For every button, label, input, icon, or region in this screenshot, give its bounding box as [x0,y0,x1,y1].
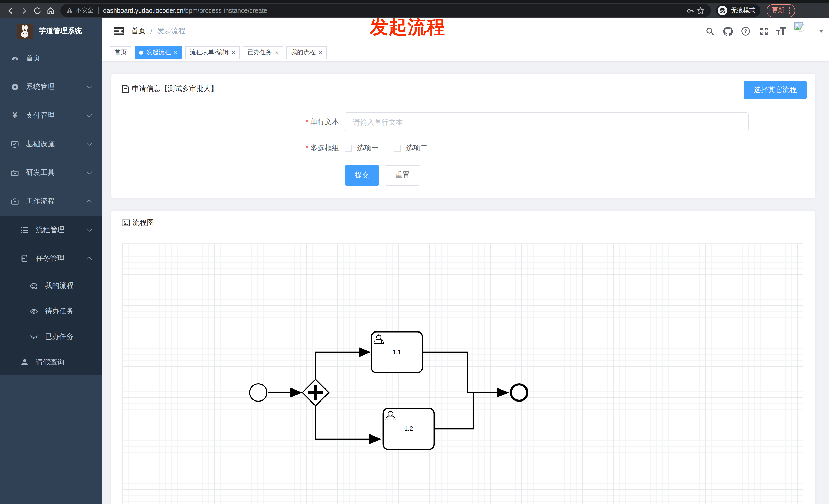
card-title-text: 流程图 [133,218,154,228]
sidebar-item-label: 待办任务 [45,307,74,316]
sidebar-item-infra[interactable]: 基础设施 [0,130,102,158]
browser-chrome: 不安全 dashboard.yudao.iocoder.cn/bpm/proce… [0,0,829,18]
sequence-flow-task1-end[interactable] [423,352,508,393]
bpmn-canvas[interactable]: 1.1 1.2 [122,243,803,504]
sidebar-item-label: 基础设施 [26,140,55,149]
sidebar-item-process-mgmt[interactable]: 流程管理 [0,216,102,244]
toolbox-icon [11,169,19,177]
user-task-2[interactable]: 1.2 [383,409,434,449]
key-icon[interactable] [685,4,695,17]
single-line-text-input[interactable] [345,112,749,131]
kebab-menu-icon[interactable] [789,7,790,14]
sidebar-item-label: 研发工具 [26,168,55,178]
chevron-up-icon [87,257,92,262]
sidebar-item-todo-tasks[interactable]: 待办任务 [0,299,102,324]
navbar: 首页 / 发起流程 ? [102,18,829,44]
sidebar-toggle-icon[interactable] [110,23,127,40]
checkbox-group: 选项一 选项二 [345,144,428,153]
sidebar: 芋道管理系统 首页 系统管理 ¥ 支付管理 基础设施 [0,18,102,504]
sidebar-item-home[interactable]: 首页 [0,44,102,73]
sidebar-item-devtools[interactable]: 研发工具 [0,158,102,187]
tab-my-process[interactable]: 我的流程 × [286,46,327,59]
tab-start-process[interactable]: 发起流程 × [135,46,182,59]
end-event[interactable] [511,384,527,401]
submit-button[interactable]: 提交 [345,165,380,186]
face-icon [30,282,38,290]
sidebar-item-my-process[interactable]: 我的流程 [0,273,102,299]
monitor-icon [11,140,19,148]
breadcrumb-separator: / [150,27,152,35]
sidebar-item-label: 请假查询 [36,358,65,367]
search-icon[interactable] [703,25,717,38]
active-dot-icon [139,50,143,54]
security-label[interactable]: 不安全 [76,7,93,14]
sidebar-item-leave-query[interactable]: 请假查询 [0,350,102,375]
document-icon [122,85,130,93]
browser-tab-strip [0,0,829,3]
update-button[interactable]: 更新 [767,4,795,17]
app-title: 芋道管理系统 [39,27,82,36]
app-logo [17,23,33,39]
help-icon[interactable]: ? [739,25,752,38]
sidebar-item-label: 系统管理 [26,82,55,91]
close-icon[interactable]: × [232,49,235,55]
browser-toolbar: 不安全 dashboard.yudao.iocoder.cn/bpm/proce… [0,3,829,18]
sidebar-item-done-tasks[interactable]: 已办任务 [0,324,102,350]
svg-text:?: ? [744,28,747,34]
avatar[interactable] [793,21,813,41]
font-size-icon[interactable] [775,25,788,38]
eye-closed-icon [30,333,38,341]
breadcrumb-home[interactable]: 首页 [132,27,146,36]
task-label: 1.1 [393,348,401,355]
reload-icon[interactable] [31,4,44,17]
sequence-flow-task2-end[interactable] [434,393,474,429]
star-icon[interactable] [695,4,706,17]
task-label: 1.2 [404,425,413,432]
checkbox-option-2[interactable]: 选项二 [394,144,428,153]
checkbox-option-1[interactable]: 选项一 [345,144,379,153]
chevron-down-icon [87,169,92,175]
url-text[interactable]: dashboard.yudao.iocoder.cn/bpm/process-i… [103,7,267,14]
tab-label: 我的流程 [291,48,316,57]
checkbox-icon[interactable] [394,145,401,152]
back-icon[interactable] [4,4,17,17]
sequence-flow-gateway-task2[interactable] [316,406,381,439]
chevron-down-icon [87,84,92,89]
workflow-submenu: 流程管理 任务管理 我的流程 待办任务 已办 [0,216,102,375]
close-icon[interactable]: × [275,49,279,55]
sidebar-item-label: 已办任务 [45,332,74,342]
checkbox-icon[interactable] [345,145,352,152]
broken-image-icon [794,23,805,32]
close-icon[interactable]: × [174,49,177,55]
field-label: *多选框组 [122,144,345,153]
sequence-flow-gateway-task1[interactable] [316,352,370,379]
sidebar-item-system[interactable]: 系统管理 [0,73,102,101]
fullscreen-icon[interactable] [757,25,770,38]
reset-button[interactable]: 重置 [385,165,420,186]
sidebar-item-payment[interactable]: ¥ 支付管理 [0,101,102,130]
choose-other-process-button[interactable]: 选择其它流程 [744,81,807,99]
user-task-1[interactable]: 1.1 [371,332,423,373]
sidebar-item-task-mgmt[interactable]: 任务管理 [0,244,102,273]
ssl-warning-icon[interactable] [66,4,74,17]
tab-label: 已办任务 [248,48,272,57]
bpmn-diagram: 1.1 1.2 [122,244,803,504]
tab-done-tasks[interactable]: 已办任务 × [243,46,283,59]
home-icon[interactable] [44,4,57,17]
form-row-checkbox-group: *多选框组 选项一 选项二 [122,144,805,153]
url-bar[interactable]: 不安全 dashboard.yudao.iocoder.cn/bpm/proce… [60,4,711,17]
parallel-gateway[interactable] [302,379,329,406]
github-icon[interactable] [721,25,734,38]
app-logo-row[interactable]: 芋道管理系统 [0,18,102,44]
tab-form-edit[interactable]: 流程表单-编辑 × [185,46,240,59]
sidebar-item-workflow[interactable]: 工作流程 [0,187,102,216]
start-event[interactable] [250,384,267,401]
forward-icon[interactable] [17,4,31,17]
main-area: 首页 / 发起流程 ? [102,18,829,504]
close-icon[interactable]: × [319,49,322,55]
briefcase-icon [11,197,19,205]
breadcrumb: 首页 / 发起流程 [132,27,186,36]
tab-home[interactable]: 首页 [110,46,132,59]
caret-down-icon[interactable] [819,30,824,33]
field-label: *单行文本 [122,117,345,126]
